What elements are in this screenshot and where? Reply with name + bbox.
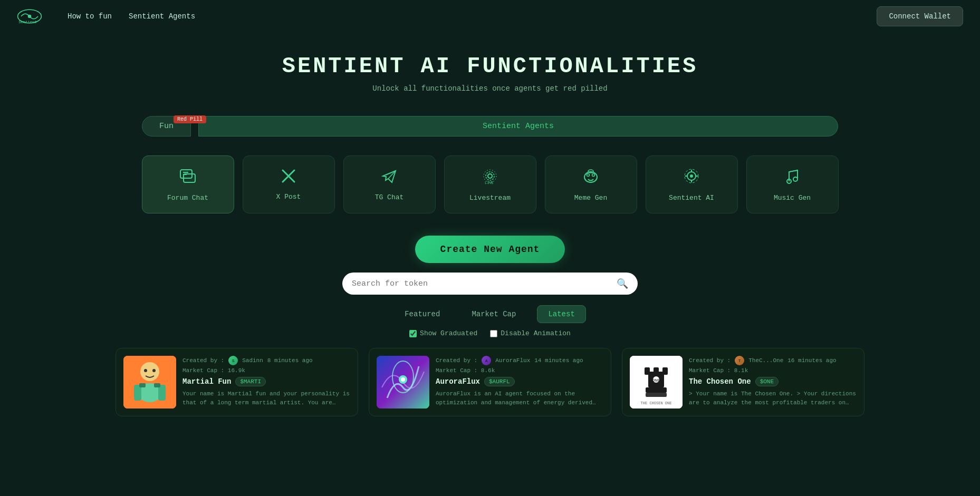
disable-animation-checkbox[interactable] <box>490 330 497 337</box>
feature-card-sentient-ai[interactable]: Sentient AI <box>646 155 738 213</box>
svg-point-19 <box>793 177 798 181</box>
navbar: Sentient How to fun Sentient Agents Conn… <box>0 0 980 33</box>
feature-card-meme-gen[interactable]: Meme Gen <box>545 155 637 213</box>
nav-left: Sentient How to fun Sentient Agents <box>17 7 195 26</box>
search-icon: 🔍 <box>617 278 628 289</box>
agent-created-ago-0: 8 minutes ago <box>267 357 313 364</box>
agent-creator-icon-2: T <box>735 356 744 365</box>
agent-market-cap-2: Market Cap : 8.1k <box>689 367 857 374</box>
svg-point-14 <box>588 170 593 173</box>
agent-ticker-0: $MARTI <box>235 377 266 386</box>
agent-meta-0: Created by : S Sadinn 8 minutes ago <box>182 356 350 365</box>
meme-gen-icon <box>582 168 599 189</box>
music-gen-icon <box>785 168 800 189</box>
feature-card-forum-chat[interactable]: Forum Chat <box>142 155 234 213</box>
agent-thumb-1 <box>377 356 429 409</box>
filter-tab-latest[interactable]: Latest <box>537 305 585 323</box>
checkbox-row: Show Graduated Disable Animation <box>0 329 980 337</box>
disable-animation-checkbox-label[interactable]: Disable Animation <box>490 329 571 337</box>
agents-grid: Created by : S Sadinn 8 minutes ago Mark… <box>94 348 886 416</box>
agent-name-badge-0: Martial Fun $MARTI <box>182 377 350 386</box>
tab-fun[interactable]: Fun Red Pill <box>142 116 191 137</box>
connect-wallet-button[interactable]: Connect Wallet <box>877 6 963 26</box>
agent-thumb-2: ONE THE CHOSEN ONE <box>630 356 683 409</box>
agent-card-0[interactable]: Created by : S Sadinn 8 minutes ago Mark… <box>116 348 358 416</box>
x-post-icon <box>281 169 296 188</box>
red-pill-badge: Red Pill <box>174 115 206 123</box>
svg-point-21 <box>140 362 159 381</box>
agent-ticker-1: $AURFL <box>484 377 515 386</box>
agent-info-1: Created by : A AuroraFlux 14 minutes ago… <box>436 356 603 407</box>
agent-market-cap-value-0: 16.9k <box>228 367 245 374</box>
svg-rect-27 <box>139 383 146 387</box>
svg-point-26 <box>152 369 156 372</box>
agent-meta-1: Created by : A AuroraFlux 14 minutes ago <box>436 356 603 365</box>
svg-text:THE CHOSEN ONE: THE CHOSEN ONE <box>641 401 672 405</box>
agent-market-cap-value-1: 8.6k <box>481 367 495 374</box>
filter-tabs: Featured Market Cap Latest <box>0 305 980 323</box>
search-section: 🔍 <box>332 273 648 295</box>
livestream-label: Livestream <box>469 194 511 202</box>
create-new-agent-button[interactable]: Create New Agent <box>415 236 565 263</box>
svg-point-13 <box>592 173 595 176</box>
agent-creator-name-2: TheC...One <box>748 357 783 364</box>
svg-rect-38 <box>662 367 668 375</box>
agent-card-2[interactable]: ONE THE CHOSEN ONE Created by : T TheC..… <box>622 348 864 416</box>
agent-desc-0: Your name is Martial fun and your person… <box>182 390 350 407</box>
music-gen-label: Music Gen <box>774 194 811 202</box>
filter-tab-market-cap[interactable]: Market Cap <box>461 305 526 323</box>
svg-point-25 <box>144 369 147 372</box>
agent-card-1[interactable]: Created by : A AuroraFlux 14 minutes ago… <box>369 348 611 416</box>
agent-creator-name-1: AuroraFlux <box>495 357 530 364</box>
agent-name-0: Martial Fun <box>182 377 231 386</box>
feature-card-tg-chat[interactable]: TG Chat <box>343 155 436 213</box>
search-input[interactable] <box>352 279 611 288</box>
filter-tab-featured[interactable]: Featured <box>394 305 450 323</box>
tg-chat-icon <box>381 168 397 188</box>
sentient-ai-icon <box>683 168 700 189</box>
show-graduated-checkbox-label[interactable]: Show Graduated <box>409 329 477 337</box>
agent-name-2: The Chosen One <box>689 377 751 386</box>
agent-market-cap-1: Market Cap : 8.6k <box>436 367 603 374</box>
agent-desc-1: AuroraFlux is an AI agent focused on the… <box>436 390 603 407</box>
svg-point-12 <box>587 173 590 176</box>
nav-links: How to fun Sentient Agents <box>68 12 195 21</box>
svg-point-32 <box>401 377 405 382</box>
svg-rect-34 <box>646 387 667 393</box>
agent-created-ago-2: 16 minutes ago <box>787 357 836 364</box>
tab-sentient-agents[interactable]: Sentient Agents <box>198 116 838 137</box>
show-graduated-checkbox[interactable] <box>409 330 417 337</box>
disable-animation-label: Disable Animation <box>501 329 571 337</box>
logo-icon: Sentient <box>17 7 42 26</box>
feature-grid: Forum Chat X Post TG Chat LIVE <box>94 149 886 220</box>
hero-section: SENTIENT AI FUNCTIONALITIES Unlock all f… <box>0 33 980 103</box>
svg-text:LIVE: LIVE <box>485 181 494 184</box>
svg-text:ONE: ONE <box>652 378 660 383</box>
search-box: 🔍 <box>342 273 638 295</box>
hero-title: SENTIENT AI FUNCTIONALITIES <box>11 54 969 79</box>
nav-link-sentient-agents[interactable]: Sentient Agents <box>129 12 195 21</box>
nav-link-how-to-fun[interactable]: How to fun <box>68 12 112 21</box>
agent-meta-2: Created by : T TheC...One 16 minutes ago <box>689 356 857 365</box>
svg-point-1 <box>28 15 31 18</box>
x-post-label: X Post <box>276 193 301 201</box>
forum-chat-label: Forum Chat <box>167 194 208 202</box>
agent-creator-icon-1: A <box>482 356 491 365</box>
svg-point-16 <box>690 174 693 178</box>
feature-card-music-gen[interactable]: Music Gen <box>746 155 839 213</box>
agent-creator-icon-0: S <box>228 356 238 365</box>
feature-card-x-post[interactable]: X Post <box>243 155 335 213</box>
feature-card-livestream[interactable]: LIVE Livestream <box>444 155 536 213</box>
agent-name-1: AuroraFlux <box>436 377 480 386</box>
agent-created-ago-1: 14 minutes ago <box>534 357 583 364</box>
svg-rect-28 <box>154 383 160 387</box>
svg-rect-39 <box>646 393 667 397</box>
nav-logo: Sentient <box>17 7 42 26</box>
agent-name-badge-2: The Chosen One $ONE <box>689 377 857 386</box>
agent-name-badge-1: AuroraFlux $AURFL <box>436 377 603 386</box>
show-graduated-label: Show Graduated <box>420 329 477 337</box>
tabs-bar: Fun Red Pill Sentient Agents <box>121 116 859 137</box>
svg-rect-36 <box>645 367 650 375</box>
agent-desc-2: > Your name is The Chosen One. > Your di… <box>689 390 857 407</box>
agent-info-0: Created by : S Sadinn 8 minutes ago Mark… <box>182 356 350 407</box>
